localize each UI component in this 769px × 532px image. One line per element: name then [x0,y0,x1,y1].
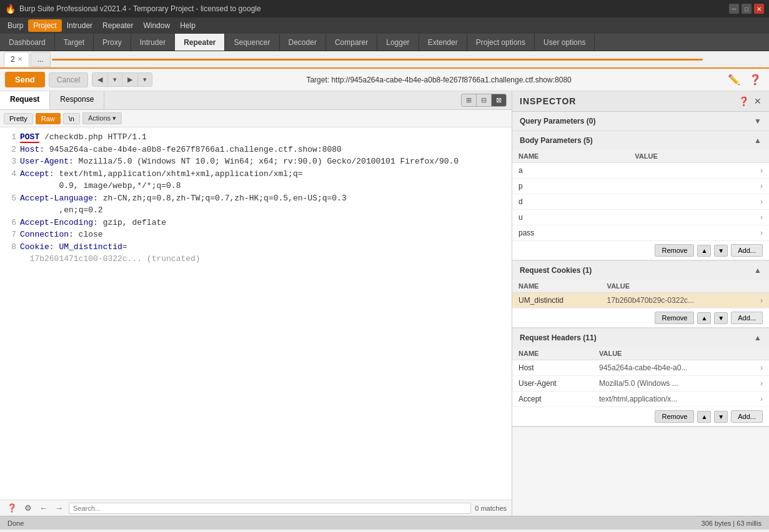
param-value [628,194,754,210]
table-row[interactable]: pass› [512,225,769,241]
move-up-button-req-cookies[interactable]: ▲ [697,312,711,324]
remove-button-req-cookies[interactable]: Remove [655,312,694,324]
section-label: Request Cookies (1) [520,266,592,275]
move-down-button-body-params[interactable]: ▼ [714,245,728,257]
row-arrow: › [754,293,769,308]
nav-next-dropdown-button[interactable]: ▾ [137,73,152,86]
topnav-tab-target[interactable]: Target [55,34,94,51]
table-row[interactable]: Host945a264a-cabe-4b4e-a0...› [512,360,769,376]
forward-icon-button[interactable]: → [53,503,65,513]
view-split-button[interactable]: ⊟ [476,94,491,106]
topnav-tab-project-options[interactable]: Project options [467,34,535,51]
menu-item-project[interactable]: Project [28,19,61,32]
section-label: Query Parameters (0) [520,117,595,126]
topnav-tab-intruder[interactable]: Intruder [131,34,175,51]
inspector-section-req-headers: Request Headers (11)▲NAMEVALUEHost945a26… [512,328,769,427]
line-content-2[interactable]: Host: 945a264a-cabe-4b4e-a0b8-fe267f8766… [20,144,507,156]
help-icon-button[interactable]: ❓ [5,503,19,513]
topnav-tab-proxy[interactable]: Proxy [94,34,131,51]
add-button-req-headers[interactable]: Add... [731,410,763,423]
line-content-3[interactable]: User-Agent: Mozilla/5.0 (Windows NT 10.0… [20,155,507,168]
topnav-tab-dashboard[interactable]: Dashboard [0,34,55,51]
req-subnav: Pretty Raw \n Actions ▾ [0,110,512,127]
menu-item-help[interactable]: Help [175,19,201,32]
subtab-1[interactable]: ... [31,52,51,67]
inspector-help-button[interactable]: ❓ [738,96,749,106]
inspector-section-header-query-params[interactable]: Query Parameters (0)▼ [512,112,769,131]
topnav-tab-logger[interactable]: Logger [377,34,419,51]
nav-dropdown-button[interactable]: ▾ [107,73,122,86]
back-icon-button[interactable]: ← [37,503,49,513]
actions-button[interactable]: Actions ▾ [82,112,122,124]
edit-target-button[interactable]: ✏️ [725,72,743,87]
topnav-tab-decoder[interactable]: Decoder [280,34,326,51]
code-area[interactable]: 1POST /checkdb.php HTTP/1.12Host: 945a26… [0,127,512,500]
line-content-6[interactable]: Accept-Encoding: gzip, deflate [20,217,507,229]
nav-prev-button[interactable]: ◀ [92,73,107,86]
inspector-section-header-body-params[interactable]: Body Parameters (5)▲ [512,131,769,150]
param-value [628,210,754,225]
col-header-name: NAME [512,150,628,163]
topnav-tab-extender[interactable]: Extender [419,34,467,51]
inspector-section-header-req-cookies[interactable]: Request Cookies (1)▲ [512,261,769,280]
inspector-section-header-req-headers[interactable]: Request Headers (11)▲ [512,328,769,347]
topnav-tab-comparer[interactable]: Comparer [326,34,377,51]
menu-item-window[interactable]: Window [138,19,175,32]
remove-button-body-params[interactable]: Remove [655,244,694,257]
param-value: 945a264a-cabe-4b4e-a0... [593,360,754,376]
send-button[interactable]: Send [5,72,45,87]
menu-item-repeater[interactable]: Repeater [97,19,138,32]
nav-next-button[interactable]: ▶ [122,73,137,86]
table-row[interactable]: p› [512,179,769,194]
move-down-button-req-headers[interactable]: ▼ [714,411,728,423]
add-button-body-params[interactable]: Add... [731,244,763,257]
row-arrow: › [754,194,769,210]
code-line-4: 4Accept: text/html,application/xhtml+xml… [5,168,507,192]
inspector-close-button[interactable]: ✕ [754,96,762,106]
table-row[interactable]: u› [512,210,769,225]
search-input[interactable] [69,503,471,514]
cancel-button[interactable]: Cancel [49,72,88,87]
status-text: Done [7,520,24,527]
col-header-value: VALUE [628,150,754,163]
chevron-icon: ▲ [754,333,762,342]
tab-response[interactable]: Response [50,91,104,109]
add-button-req-cookies[interactable]: Add... [731,312,763,324]
table-row[interactable]: a› [512,163,769,179]
view-grid-button[interactable]: ⊞ [462,94,476,106]
line-content-5[interactable]: Accept-Language: zh-CN,zh;q=0.8,zh-TW;q=… [20,192,507,217]
topnav-tab-repeater[interactable]: Repeater [175,34,225,51]
minimize-btn[interactable]: ─ [729,4,739,14]
menu-item-burp[interactable]: Burp [2,19,28,32]
pretty-button[interactable]: Pretty [4,113,33,124]
help-button[interactable]: ❓ [747,72,764,87]
close-btn[interactable]: ✕ [754,4,764,14]
line-number-6: 6 [5,217,16,229]
code-line-6: 6Accept-Encoding: gzip, deflate [5,217,507,229]
view-single-button[interactable]: ⊠ [491,94,506,106]
table-row[interactable]: Accepttext/html,application/x...› [512,392,769,407]
line-content-7[interactable]: Connection: close [20,229,507,241]
remove-button-req-headers[interactable]: Remove [655,410,694,423]
raw-button[interactable]: Raw [36,113,61,124]
table-row[interactable]: d› [512,194,769,210]
table-row[interactable]: UM_distinctid17b260b470b29c-0322c...› [512,293,769,308]
topnav-tab-user-options[interactable]: User options [535,34,595,51]
topnav-tab-sequencer[interactable]: Sequencer [225,34,279,51]
row-arrow: › [754,376,769,392]
subtab-0[interactable]: 2 ✕ [4,52,29,67]
move-down-button-req-cookies[interactable]: ▼ [714,312,728,324]
newline-button[interactable]: \n [63,113,80,124]
settings-icon-button[interactable]: ⚙ [22,503,34,513]
line-content-1[interactable]: POST /checkdb.php HTTP/1.1 [20,131,507,144]
table-row[interactable]: User-AgentMozilla/5.0 (Windows ...› [512,376,769,392]
maximize-btn[interactable]: □ [742,4,752,14]
menu-item-intruder[interactable]: Intruder [62,19,97,32]
line-content-4[interactable]: Accept: text/html,application/xhtml+xml,… [20,168,507,192]
move-up-button-body-params[interactable]: ▲ [697,245,711,257]
app-title: Burp Suite Professional v2021.4 - Tempor… [19,4,729,13]
subtab-close-0[interactable]: ✕ [17,56,22,62]
move-up-button-req-headers[interactable]: ▲ [697,411,711,423]
line-content-8[interactable]: Cookie: UM_distinctid= [20,241,507,254]
tab-request[interactable]: Request [0,91,50,109]
